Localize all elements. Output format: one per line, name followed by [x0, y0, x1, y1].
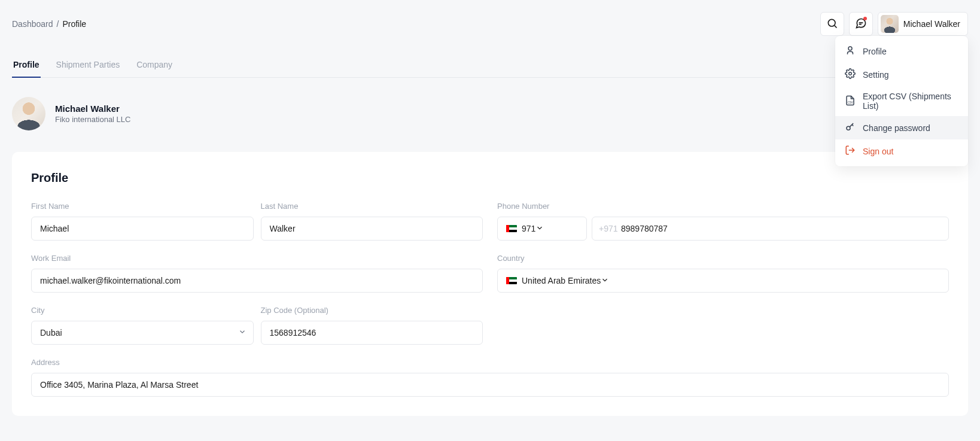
search-button[interactable]	[820, 12, 844, 36]
city-label: City	[31, 306, 254, 315]
chevron-down-icon	[535, 224, 544, 234]
user-menu-button[interactable]: Michael Walker	[878, 12, 968, 36]
user-name-label: Michael Walker	[903, 19, 960, 29]
user-dropdown: Profile Setting CSV Export CSV (Shipment…	[835, 36, 968, 166]
chevron-down-icon	[601, 276, 609, 286]
city-value[interactable]	[31, 321, 254, 345]
phone-number-input[interactable]	[592, 217, 949, 241]
dropdown-item-profile[interactable]: Profile	[835, 39, 968, 63]
tab-company[interactable]: Company	[135, 53, 174, 78]
user-icon	[845, 45, 856, 57]
phone-label: Phone Number	[497, 202, 949, 211]
svg-point-1	[848, 47, 852, 50]
card-title: Profile	[31, 171, 949, 185]
breadcrumb-current: Profile	[62, 19, 86, 29]
dropdown-item-change-password[interactable]: Change password	[835, 116, 968, 139]
messages-button[interactable]	[849, 12, 873, 36]
country-label: Country	[497, 254, 949, 263]
last-name-label: Last Name	[261, 202, 483, 211]
dropdown-export-label: Export CSV (Shipments List)	[863, 92, 958, 111]
zip-label: Zip Code (Optional)	[261, 306, 483, 315]
tab-profile[interactable]: Profile	[12, 53, 41, 78]
work-email-label: Work Email	[31, 254, 483, 263]
tab-shipment-parties[interactable]: Shipment Parties	[55, 53, 121, 78]
uae-flag-icon	[506, 277, 517, 284]
dropdown-item-setting[interactable]: Setting	[835, 63, 968, 86]
svg-text:CSV: CSV	[848, 101, 853, 104]
dropdown-item-export-csv[interactable]: CSV Export CSV (Shipments List)	[835, 86, 968, 116]
first-name-input[interactable]	[31, 217, 254, 241]
avatar-icon	[881, 15, 899, 33]
avatar-icon	[12, 97, 45, 130]
city-select[interactable]	[31, 321, 254, 345]
tabs: Profile Shipment Parties Company	[12, 53, 968, 78]
breadcrumb-root[interactable]: Dashboard	[12, 19, 53, 29]
dropdown-setting-label: Setting	[863, 70, 889, 80]
svg-point-2	[849, 72, 852, 75]
key-icon	[845, 121, 856, 134]
gear-icon	[845, 68, 856, 81]
breadcrumb-sep: /	[57, 19, 59, 29]
phone-code-value: 971	[522, 224, 535, 233]
address-label: Address	[31, 358, 949, 367]
dropdown-profile-label: Profile	[863, 47, 887, 56]
csv-file-icon: CSV	[845, 95, 856, 108]
svg-point-0	[828, 19, 835, 26]
breadcrumb: Dashboard / Profile	[12, 19, 86, 29]
dropdown-sign-out-label: Sign out	[863, 147, 893, 156]
notification-dot-icon	[863, 17, 867, 20]
phone-country-code-select[interactable]: 971	[497, 217, 587, 241]
address-input[interactable]	[31, 373, 949, 397]
work-email-input[interactable]	[31, 269, 483, 293]
sign-out-icon	[845, 145, 856, 157]
search-icon	[826, 17, 838, 31]
dropdown-item-sign-out[interactable]: Sign out	[835, 139, 968, 163]
profile-company: Fiko international LLC	[55, 115, 130, 124]
last-name-input[interactable]	[261, 217, 483, 241]
zip-input[interactable]	[261, 321, 483, 345]
svg-point-4	[847, 126, 850, 130]
dropdown-change-password-label: Change password	[863, 123, 930, 133]
country-select[interactable]: United Arab Emirates	[497, 269, 949, 293]
uae-flag-icon	[506, 225, 517, 232]
country-value: United Arab Emirates	[522, 276, 601, 285]
profile-name: Michael Walker	[55, 104, 130, 114]
first-name-label: First Name	[31, 202, 254, 211]
